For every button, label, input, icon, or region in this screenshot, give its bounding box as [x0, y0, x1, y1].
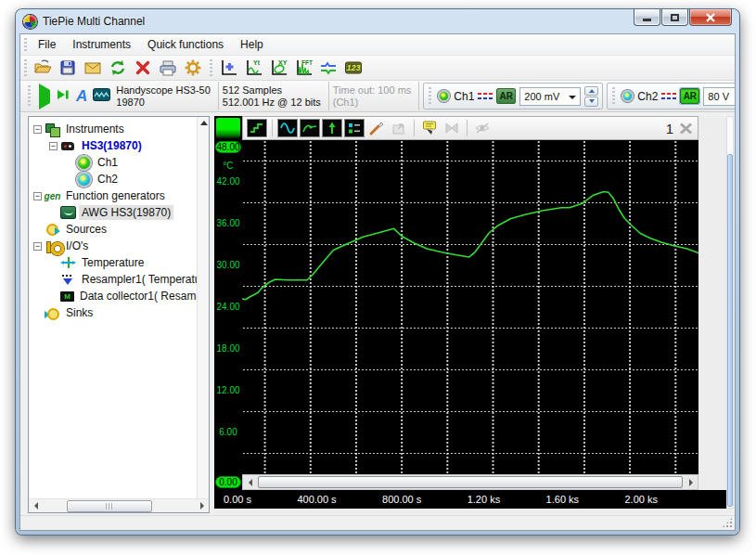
- tree-item-function-generators[interactable]: −genFunction generators: [29, 187, 197, 204]
- y-axis-tick: 18.00: [214, 343, 242, 354]
- menu-instruments[interactable]: Instruments: [64, 35, 139, 54]
- draw-button[interactable]: [366, 119, 387, 137]
- scroll-left-button[interactable]: [29, 499, 43, 513]
- y-axis-tick: 12.00: [214, 385, 242, 395]
- yt-graph-icon: Yt: [244, 58, 263, 77]
- add-graph-button[interactable]: [216, 57, 240, 79]
- envelope-button[interactable]: [300, 119, 320, 137]
- tree-item-hs3-19870[interactable]: −HS3(19870): [29, 137, 197, 154]
- email-button[interactable]: [81, 57, 105, 79]
- plot-area[interactable]: [242, 140, 698, 474]
- add-comment-button[interactable]: [419, 119, 440, 137]
- x-axis-label: 1.20 ks: [468, 494, 500, 505]
- ch2-range-select[interactable]: 80 V: [703, 87, 736, 106]
- timeout-section: Time out: 100 ms (Ch1): [329, 82, 420, 110]
- autodisk-button[interactable]: A: [76, 88, 87, 104]
- start-button[interactable]: [39, 90, 50, 103]
- xy-graph-button[interactable]: XY: [266, 57, 290, 79]
- tree-item-ch1[interactable]: Ch1: [29, 154, 197, 171]
- y-axis-tick: 6.00: [214, 427, 242, 437]
- open-button[interactable]: [31, 57, 55, 79]
- y-axis[interactable]: °C 48.0042.0036.0030.0024.0018.0012.006.…: [214, 140, 242, 490]
- tree-item-sources[interactable]: Sources: [29, 221, 197, 238]
- fft-graph-button[interactable]: FFT: [291, 57, 315, 79]
- workspace-vscroll-thumb[interactable]: [727, 154, 733, 507]
- hide-source-button[interactable]: [472, 119, 493, 137]
- workspace-vertical-scrollbar[interactable]: [726, 116, 734, 509]
- ch2-coupling-icon[interactable]: [661, 92, 676, 101]
- y-axis-tick[interactable]: 48.00: [215, 141, 241, 153]
- digital-display-button[interactable]: 123: [341, 57, 365, 79]
- chevron-down-icon: [569, 96, 576, 99]
- menu-quick-functions[interactable]: Quick functions: [139, 35, 232, 54]
- close-button[interactable]: [689, 9, 732, 26]
- tree-vertical-scrollbar[interactable]: [197, 117, 209, 498]
- ch1-range-up-button[interactable]: [584, 86, 598, 97]
- print-button[interactable]: [156, 57, 180, 79]
- ch1-autorange-button[interactable]: AR: [496, 88, 516, 104]
- ch1-range-down-button[interactable]: [584, 97, 598, 107]
- menu-help[interactable]: Help: [232, 35, 272, 54]
- tree-hscroll-thumb[interactable]: [67, 500, 152, 512]
- oneshot-button[interactable]: [56, 87, 70, 105]
- tree-expander-icon[interactable]: −: [33, 192, 42, 200]
- menu-bar: File Instruments Quick functions Help: [20, 34, 735, 55]
- step-interpolation-button[interactable]: [247, 119, 267, 137]
- digital-display-icon: 123: [344, 58, 363, 77]
- y-axis-handle[interactable]: [214, 116, 242, 140]
- ch2-autorange-button[interactable]: AR: [680, 88, 699, 104]
- ch1-led-icon[interactable]: [438, 90, 450, 102]
- ch2-led-icon[interactable]: [621, 90, 634, 102]
- meter-button[interactable]: [316, 57, 340, 79]
- led-c-icon: [76, 173, 92, 187]
- menu-file[interactable]: File: [30, 35, 64, 54]
- delete-button[interactable]: [131, 57, 155, 79]
- zoom-window-button[interactable]: [389, 119, 409, 137]
- close-graph-button[interactable]: [679, 123, 693, 135]
- tree-item-instruments[interactable]: −Instruments: [29, 121, 197, 137]
- minimize-button[interactable]: [634, 9, 660, 26]
- y-axis-tick: 42.00: [214, 176, 242, 187]
- resize-grip[interactable]: [722, 517, 733, 528]
- plot-scroll-right-button[interactable]: [684, 475, 698, 489]
- plot-horizontal-scrollbar[interactable]: [242, 474, 698, 490]
- ch1-coupling-icon[interactable]: [478, 92, 493, 101]
- tree-expander-icon[interactable]: −: [33, 125, 42, 134]
- transport-device-section: A Handyscope HS3-50 19870: [21, 82, 219, 110]
- tree-item-temperature[interactable]: Temperature: [29, 254, 197, 271]
- scroll-right-button[interactable]: [195, 499, 209, 513]
- tree-item-data-collector1-resample[interactable]: MData collector1( Resample: [29, 288, 197, 304]
- tree-item-label: I/O's: [63, 239, 91, 253]
- delete-comment-button[interactable]: [442, 119, 462, 137]
- tree-item-ch2[interactable]: Ch2: [29, 171, 197, 187]
- y-axis-tick[interactable]: 0.00: [215, 476, 241, 488]
- tree-item-i-o-s[interactable]: −I/O's: [29, 238, 197, 254]
- sine-interpolation-button[interactable]: [277, 119, 298, 137]
- sinks-icon: [45, 306, 60, 320]
- channel-visibility-button[interactable]: [344, 119, 365, 137]
- io-icon: [45, 239, 60, 253]
- y-axis-tick: 36.00: [214, 218, 242, 228]
- tree-horizontal-scrollbar[interactable]: [29, 498, 209, 512]
- tree-item-awg-hs3-19870[interactable]: AWG HS3(19870): [29, 204, 197, 221]
- refresh-button[interactable]: [106, 57, 130, 79]
- stream-button[interactable]: [93, 88, 110, 104]
- printer-icon: [159, 58, 177, 77]
- plot-scroll-left-button[interactable]: [243, 475, 257, 489]
- ch1-grip: [429, 87, 431, 105]
- plot-hscroll-thumb[interactable]: [258, 476, 683, 488]
- tree-expander-icon[interactable]: −: [49, 142, 58, 150]
- title-bar[interactable]: TiePie Multi Channel: [19, 9, 736, 33]
- maximize-button[interactable]: [661, 9, 688, 26]
- save-button[interactable]: [56, 57, 80, 79]
- x-axis-label: 0.00 s: [224, 494, 251, 505]
- tree-expander-icon[interactable]: −: [33, 242, 42, 251]
- settings-button[interactable]: [181, 57, 205, 79]
- yt-graph-button[interactable]: Yt: [241, 57, 265, 79]
- left-arrow-icon: [249, 479, 252, 486]
- maximize-icon: [671, 14, 679, 21]
- ch1-range-select[interactable]: 200 mV: [519, 87, 581, 106]
- tree-item-resampler1-temperature[interactable]: Resampler1( Temperature: [29, 271, 197, 288]
- autoscale-button[interactable]: [322, 119, 342, 137]
- tree-item-sinks[interactable]: Sinks: [29, 304, 197, 321]
